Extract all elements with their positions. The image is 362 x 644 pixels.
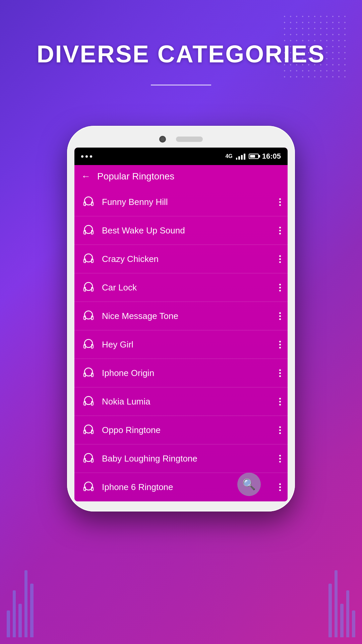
more-options-button[interactable] bbox=[279, 455, 281, 463]
more-dot bbox=[279, 429, 281, 431]
status-dot-1 bbox=[81, 155, 83, 158]
signal-icon bbox=[236, 153, 245, 160]
more-dot bbox=[279, 233, 281, 234]
ringtone-name: Oppo Ringtone bbox=[102, 425, 279, 435]
list-item[interactable]: Hey Girl bbox=[74, 330, 288, 359]
more-options-button[interactable] bbox=[279, 198, 281, 206]
more-dot bbox=[279, 312, 281, 314]
headphone-icon bbox=[81, 223, 96, 238]
list-item[interactable]: Oppo Ringtone bbox=[74, 416, 288, 444]
more-dot bbox=[279, 458, 281, 460]
ringtone-list: Funny Benny Hill Best Wake Up Sound bbox=[74, 188, 288, 501]
more-dot bbox=[279, 261, 281, 263]
phone-speaker bbox=[176, 137, 203, 142]
more-dot bbox=[279, 315, 281, 317]
phone-mockup: 4G 16:05 ← P bbox=[0, 126, 362, 512]
more-dot bbox=[279, 372, 281, 374]
more-dot bbox=[279, 375, 281, 377]
status-right: 4G 16:05 bbox=[225, 152, 281, 161]
ringtone-name: Car Lock bbox=[102, 282, 279, 293]
more-dot bbox=[279, 198, 281, 200]
list-item[interactable]: Iphone 6 Ringtone 🔍 bbox=[74, 473, 288, 501]
phone-screen: 4G 16:05 ← P bbox=[74, 148, 288, 501]
ringtone-name: Hey Girl bbox=[102, 339, 279, 350]
list-item[interactable]: Iphone Origin bbox=[74, 359, 288, 387]
list-item[interactable]: Car Lock bbox=[74, 273, 288, 302]
more-dot bbox=[279, 432, 281, 434]
more-dot bbox=[279, 401, 281, 402]
more-options-button[interactable] bbox=[279, 284, 281, 291]
ringtone-name: Best Wake Up Sound bbox=[102, 225, 279, 236]
more-dot bbox=[279, 230, 281, 231]
more-dot bbox=[279, 258, 281, 260]
more-options-button[interactable] bbox=[279, 341, 281, 348]
back-button[interactable]: ← bbox=[81, 171, 90, 182]
headphone-icon bbox=[81, 366, 96, 380]
list-item[interactable]: Nokia Lumia bbox=[74, 387, 288, 416]
search-icon: 🔍 bbox=[242, 478, 256, 491]
more-dot bbox=[279, 344, 281, 345]
more-dot bbox=[279, 369, 281, 371]
more-dot bbox=[279, 486, 281, 488]
list-item[interactable]: Funny Benny Hill bbox=[74, 188, 288, 216]
more-dot bbox=[279, 404, 281, 406]
headphone-icon bbox=[81, 195, 96, 209]
more-dot bbox=[279, 227, 281, 228]
more-dot bbox=[279, 455, 281, 457]
more-options-button[interactable] bbox=[279, 426, 281, 434]
more-dot bbox=[279, 426, 281, 428]
headphone-icon bbox=[81, 423, 96, 437]
more-dot bbox=[279, 287, 281, 288]
more-options-button[interactable] bbox=[279, 312, 281, 320]
list-item[interactable]: Baby Loughing Ringtone bbox=[74, 444, 288, 473]
list-item[interactable]: Best Wake Up Sound bbox=[74, 216, 288, 245]
list-item[interactable]: Crazy Chicken bbox=[74, 245, 288, 273]
more-options-button[interactable] bbox=[279, 255, 281, 263]
headphone-icon bbox=[81, 394, 96, 409]
status-left bbox=[81, 155, 92, 158]
more-dot bbox=[279, 461, 281, 463]
battery-fill bbox=[250, 155, 255, 158]
more-dot bbox=[279, 347, 281, 348]
music-bars-right bbox=[322, 510, 362, 644]
more-dot bbox=[279, 284, 281, 285]
ringtone-name: Nice Message Tone bbox=[102, 311, 279, 321]
battery-icon bbox=[249, 154, 259, 159]
headphone-icon bbox=[81, 480, 96, 494]
headphone-icon bbox=[81, 309, 96, 323]
more-options-button[interactable] bbox=[279, 398, 281, 406]
more-dot bbox=[279, 255, 281, 257]
ringtone-name: Iphone Origin bbox=[102, 368, 279, 378]
more-dot bbox=[279, 483, 281, 485]
phone-top-elements bbox=[74, 136, 288, 143]
divider bbox=[151, 85, 211, 86]
phone-camera bbox=[159, 136, 166, 143]
headphone-icon bbox=[81, 337, 96, 352]
headphone-icon bbox=[81, 252, 96, 266]
phone-body: 4G 16:05 ← P bbox=[67, 126, 295, 512]
more-options-button[interactable] bbox=[279, 227, 281, 234]
more-options-button[interactable] bbox=[279, 369, 281, 377]
status-dot-2 bbox=[85, 155, 88, 158]
app-bar-title: Popular Ringtones bbox=[97, 171, 174, 182]
page-title: DIVERSE CATEGORIES bbox=[0, 40, 362, 68]
music-bars-left bbox=[0, 510, 40, 644]
more-dot bbox=[279, 398, 281, 399]
search-fab-button[interactable]: 🔍 bbox=[237, 473, 261, 496]
status-time: 16:05 bbox=[262, 152, 281, 161]
ringtone-name: Funny Benny Hill bbox=[102, 197, 279, 207]
ringtone-name: Crazy Chicken bbox=[102, 254, 279, 264]
header-section: DIVERSE CATEGORIES bbox=[0, 0, 362, 106]
more-dot bbox=[279, 318, 281, 320]
more-dot bbox=[279, 201, 281, 203]
headphone-icon bbox=[81, 451, 96, 466]
more-dot bbox=[279, 290, 281, 291]
more-options-button[interactable] bbox=[279, 483, 281, 491]
network-indicator: 4G bbox=[225, 153, 232, 159]
more-dot bbox=[279, 489, 281, 491]
status-dot-3 bbox=[90, 155, 92, 158]
list-item[interactable]: Nice Message Tone bbox=[74, 302, 288, 330]
app-bar: ← Popular Ringtones bbox=[74, 165, 288, 188]
more-dot bbox=[279, 341, 281, 342]
more-dot bbox=[279, 204, 281, 206]
